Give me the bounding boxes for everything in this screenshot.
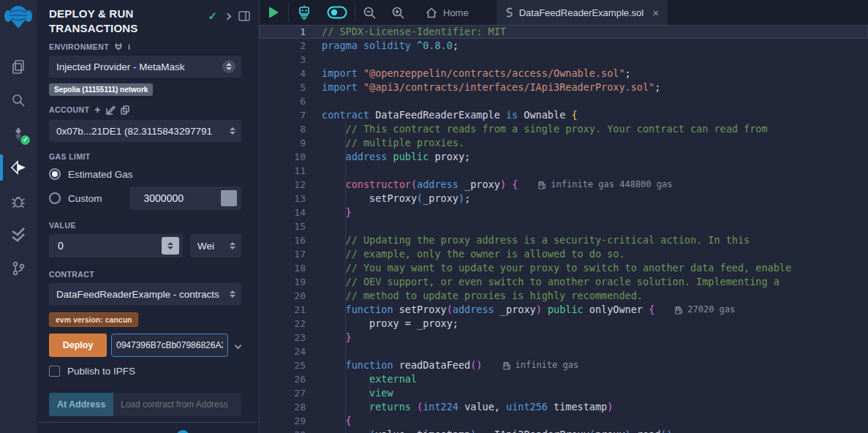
- contract-value: DataFeedReaderExample - contracts: [56, 289, 230, 300]
- environment-label: ENVIRONMENT: [49, 42, 109, 51]
- git-icon[interactable]: [0, 252, 37, 285]
- deploy-run-icon[interactable]: [0, 151, 37, 184]
- pin-panel-icon[interactable]: [238, 11, 250, 21]
- code-line[interactable]: 21 function setProxy(address _proxy) pub…: [260, 303, 868, 317]
- editor-area: Home DataFeedReaderExample.sol × 1// SPD…: [260, 0, 868, 433]
- ai-copilot-toggle[interactable]: [320, 0, 355, 25]
- account-select-arrows-icon[interactable]: [230, 127, 235, 135]
- code-line[interactable]: 12 constructor(address _proxy) {infinite…: [260, 178, 868, 192]
- code-line[interactable]: 9 // multiple proxies.: [260, 136, 868, 150]
- zoom-in-button[interactable]: [384, 0, 412, 25]
- custom-gas-input[interactable]: [144, 192, 210, 204]
- solidity-compiler-icon[interactable]: ✓: [0, 117, 37, 151]
- line-number: 1: [260, 25, 306, 39]
- panel-check-icon[interactable]: ✓: [208, 10, 217, 23]
- line-number: 16: [260, 233, 306, 247]
- account-select[interactable]: 0x07b...21DE1 (82.3115843297791: [49, 120, 241, 142]
- line-number: 11: [260, 164, 306, 178]
- environment-select[interactable]: Injected Provider - MetaMask: [49, 56, 241, 78]
- search-icon[interactable]: [0, 83, 37, 117]
- gas-estimate-annotation: infinite gas: [503, 358, 579, 372]
- line-number: 21: [260, 303, 306, 317]
- transactions-recorded-label: Transactions recorded: [53, 431, 170, 433]
- deploy-args-input[interactable]: [111, 334, 228, 357]
- environment-select-arrows-icon[interactable]: [222, 60, 235, 73]
- run-script-button[interactable]: [260, 0, 288, 25]
- code-line[interactable]: 10 address public proxy;: [260, 150, 868, 164]
- gas-input-handle[interactable]: [221, 190, 237, 206]
- code-line[interactable]: 13 setProxy(_proxy);: [260, 192, 868, 206]
- value-input[interactable]: [58, 240, 153, 252]
- code-line[interactable]: 25 function readDataFeed()infinite gas: [260, 358, 868, 372]
- code-line[interactable]: 18 // You may want to update your proxy …: [260, 261, 868, 275]
- deploy-expand-icon[interactable]: [235, 342, 242, 349]
- tab-datafeedreaderexample[interactable]: DataFeedReaderExample.sol ×: [497, 0, 668, 25]
- line-number: 26: [260, 372, 306, 386]
- transactions-recorded-section[interactable]: Transactions recorded 0: [38, 422, 257, 433]
- code-line[interactable]: 20 // method to update proxies is highly…: [260, 289, 868, 303]
- activity-bar: ✓: [0, 0, 37, 433]
- account-value: 0x07b...21DE1 (82.3115843297791: [56, 126, 230, 137]
- code-line[interactable]: 16 // Updating the proxy address is a se…: [260, 233, 868, 247]
- line-number: 14: [260, 206, 306, 219]
- info-icon[interactable]: i: [128, 42, 130, 51]
- code-line[interactable]: 30 (value, timestamp) = IApi3ReaderProxy…: [260, 428, 868, 433]
- solidity-file-icon: [505, 7, 513, 18]
- code-line[interactable]: 17 // example, only the owner is allowed…: [260, 247, 868, 261]
- code-line[interactable]: 23 }: [260, 331, 868, 344]
- code-editor[interactable]: 1// SPDX-License-Identifier: MIT2pragma …: [260, 25, 868, 433]
- code-line[interactable]: 7contract DataFeedReaderExample is Ownab…: [260, 108, 868, 122]
- file-explorer-icon[interactable]: [0, 50, 37, 83]
- close-tab-icon[interactable]: ×: [652, 7, 659, 19]
- at-address-button[interactable]: At Address: [49, 393, 113, 416]
- code-line[interactable]: 3: [260, 53, 868, 67]
- publish-ipfs-checkbox[interactable]: [49, 366, 60, 377]
- estimated-gas-label: Estimated Gas: [68, 169, 133, 180]
- editor-toolbar: Home DataFeedReaderExample.sol ×: [260, 0, 868, 25]
- add-account-icon[interactable]: +: [94, 104, 101, 116]
- value-unit-select[interactable]: Wei: [190, 234, 241, 257]
- line-number: 9: [260, 136, 306, 150]
- static-analysis-icon[interactable]: [0, 218, 37, 252]
- code-line[interactable]: 15: [260, 219, 868, 233]
- code-line[interactable]: 2pragma solidity ^0.8.0;: [260, 39, 868, 53]
- code-line[interactable]: 8 // This contract reads from a single p…: [260, 122, 868, 136]
- code-line[interactable]: 1// SPDX-License-Identifier: MIT: [260, 25, 868, 39]
- plug-icon[interactable]: [114, 42, 123, 51]
- zoom-out-button[interactable]: [355, 0, 384, 25]
- value-label: VALUE: [49, 221, 76, 230]
- publish-ipfs-label: Publish to IPFS: [67, 366, 135, 377]
- remix-ai-button[interactable]: [289, 0, 320, 25]
- line-number: 17: [260, 247, 306, 261]
- remix-logo-icon[interactable]: [4, 4, 33, 31]
- estimated-gas-radio[interactable]: [49, 168, 61, 180]
- code-line[interactable]: 19 // OEV support, or even switch to ano…: [260, 275, 868, 289]
- value-stepper-icon[interactable]: [162, 237, 179, 255]
- code-line[interactable]: 27 view: [260, 386, 868, 400]
- at-address-input[interactable]: [113, 393, 241, 416]
- transactions-count-badge: 0: [176, 430, 189, 433]
- copy-account-icon[interactable]: [121, 105, 129, 115]
- gas-limit-label: GAS LIMIT: [49, 152, 91, 161]
- line-number: 5: [260, 80, 306, 94]
- contract-select[interactable]: DataFeedReaderExample - contracts: [49, 283, 241, 305]
- code-line[interactable]: 5import "@api3/contracts/interfaces/IApi…: [260, 80, 868, 94]
- code-line[interactable]: 11: [260, 164, 868, 178]
- code-line[interactable]: 28 returns (int224 value, uint256 timest…: [260, 400, 868, 414]
- code-line[interactable]: 24: [260, 344, 868, 358]
- code-line[interactable]: 4import "@openzeppelin/contracts/access/…: [260, 67, 868, 80]
- code-line[interactable]: 26 external: [260, 372, 868, 386]
- edit-account-icon[interactable]: [106, 105, 116, 115]
- code-line[interactable]: 22 proxy = _proxy;: [260, 317, 868, 331]
- line-number: 25: [260, 358, 306, 372]
- line-number: 7: [260, 108, 306, 122]
- debugger-icon[interactable]: [0, 184, 37, 218]
- code-line[interactable]: 29 {: [260, 414, 868, 428]
- code-line[interactable]: 6: [260, 94, 868, 108]
- deploy-button[interactable]: Deploy: [49, 334, 107, 357]
- panel-collapse-icon[interactable]: [224, 12, 232, 20]
- custom-gas-radio[interactable]: [49, 192, 61, 204]
- line-number: 12: [260, 178, 306, 192]
- code-line[interactable]: 14 }: [260, 206, 868, 219]
- tab-home[interactable]: Home: [417, 0, 478, 25]
